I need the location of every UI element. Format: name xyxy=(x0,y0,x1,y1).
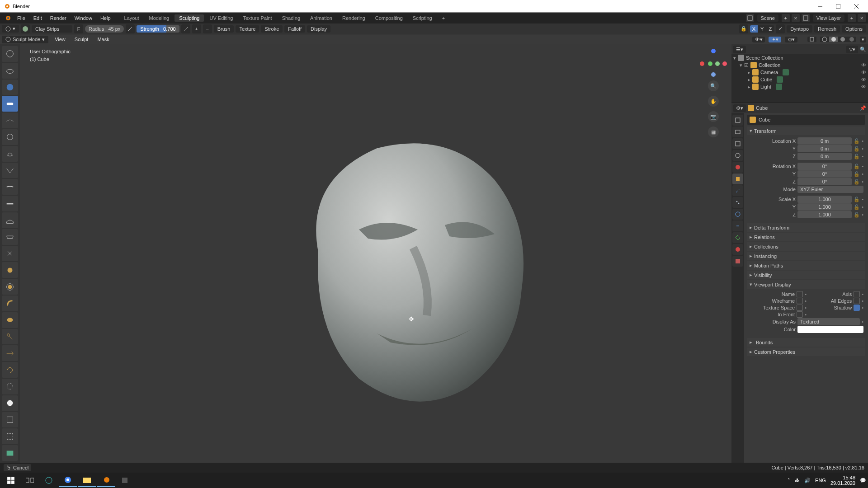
ptab-world[interactable] xyxy=(732,162,743,173)
workspace-uvediting[interactable]: UV Editing xyxy=(205,14,237,22)
ptab-modifiers[interactable] xyxy=(732,185,743,196)
mirror-z[interactable]: Z xyxy=(766,25,774,33)
panel-delta-transform[interactable]: ▸Delta Transform xyxy=(747,223,865,232)
mirror-check-icon[interactable]: ✓ xyxy=(776,24,785,33)
gizmo-y-neg-icon[interactable] xyxy=(708,61,712,66)
lock-icon[interactable]: 🔓 xyxy=(854,197,860,202)
tool-scrape[interactable] xyxy=(2,229,18,245)
panel-motion-paths[interactable]: ▸Motion Paths xyxy=(747,261,865,270)
ptab-viewlayer[interactable] xyxy=(732,138,743,149)
taskbar-app[interactable] xyxy=(116,474,134,487)
vd-axis-checkbox[interactable] xyxy=(854,291,860,297)
vd-texspace-checkbox[interactable] xyxy=(797,305,803,311)
gizmo-y-icon[interactable] xyxy=(715,61,720,66)
tool-simplify[interactable] xyxy=(2,379,18,394)
rotation-mode-field[interactable]: XYZ Euler xyxy=(797,186,863,193)
tool-blob[interactable] xyxy=(2,146,18,162)
shading-options-dropdown[interactable]: ▾ xyxy=(860,37,866,42)
view-menu[interactable]: View xyxy=(52,36,68,43)
vd-alledges-checkbox[interactable] xyxy=(854,298,860,304)
brush-preview-icon[interactable] xyxy=(21,24,30,33)
tray-notifications-icon[interactable]: 💬 xyxy=(860,478,866,483)
tool-draw[interactable] xyxy=(2,46,18,62)
taskbar-chrome[interactable] xyxy=(59,474,77,487)
scene-new-icon[interactable]: + xyxy=(782,14,790,22)
xray-toggle-icon[interactable] xyxy=(807,37,816,42)
vd-shadow-checkbox[interactable] xyxy=(854,305,860,311)
ptab-object[interactable] xyxy=(732,174,743,184)
outliner-item-cube[interactable]: ▸Cube👁 xyxy=(731,76,868,83)
tool-box-hide[interactable] xyxy=(2,428,18,444)
workspace-shading[interactable]: Shading xyxy=(278,14,305,22)
cancel-button[interactable]: 🖱Cancel xyxy=(4,464,31,471)
workspace-compositing[interactable]: Compositing xyxy=(371,14,407,22)
workspace-modeling[interactable]: Modeling xyxy=(145,14,174,22)
taskbar-edge[interactable] xyxy=(40,474,58,487)
ptab-physics[interactable] xyxy=(732,209,743,220)
tray-volume-icon[interactable]: 🔊 xyxy=(804,478,811,483)
lock-icon[interactable]: 🔓 xyxy=(854,146,860,152)
tool-fill[interactable] xyxy=(2,212,18,228)
menu-help[interactable]: Help xyxy=(97,14,114,22)
editor-type-dropdown[interactable]: ▾ xyxy=(2,25,19,33)
lock-icon[interactable]: 🔓 xyxy=(854,171,860,177)
mirror-x[interactable]: X xyxy=(750,25,758,33)
rotation-x-field[interactable]: 0° xyxy=(797,163,852,170)
brush-name-field[interactable]: Clay Strips xyxy=(32,25,72,33)
scene-name-field[interactable]: Scene xyxy=(757,14,778,22)
nav-gizmo[interactable] xyxy=(700,49,727,76)
scene-delete-icon[interactable]: × xyxy=(792,14,800,22)
lock-icon[interactable]: 🔓 xyxy=(854,154,860,160)
overlays-toggle-icon[interactable]: ⊙▾ xyxy=(785,37,797,42)
ptab-material[interactable] xyxy=(732,244,743,255)
brush-fake-user-icon[interactable]: F xyxy=(74,24,83,33)
direction-sub-icon[interactable]: − xyxy=(203,24,212,33)
location-z-field[interactable]: 0 m xyxy=(797,153,852,160)
rotation-z-field[interactable]: 0° xyxy=(797,178,852,185)
tool-smooth[interactable] xyxy=(2,179,18,195)
gizmo-toggle-icon[interactable]: ✦▾ xyxy=(769,37,781,42)
texture-menu[interactable]: Texture xyxy=(236,25,259,33)
lock-icon[interactable]: 🔓 xyxy=(854,204,860,210)
falloff-menu[interactable]: Falloff xyxy=(284,25,305,33)
mode-selector[interactable]: Sculpt Mode ▾ xyxy=(2,36,48,43)
object-name-field[interactable]: Cube xyxy=(747,115,865,125)
vd-wireframe-checkbox[interactable] xyxy=(797,298,803,304)
gizmo-z-icon[interactable] xyxy=(711,49,716,53)
outliner-filter-icon[interactable]: ▽▾ xyxy=(846,46,858,53)
lock-icon[interactable]: 🔓 xyxy=(854,179,860,185)
outliner-editor-dropdown[interactable]: ☰▾ xyxy=(733,46,746,53)
nav-pan-icon[interactable]: ✋ xyxy=(708,96,719,107)
panel-relations[interactable]: ▸Relations xyxy=(747,233,865,241)
menu-render[interactable]: Render xyxy=(47,14,70,22)
scene-browse-icon[interactable] xyxy=(746,14,754,22)
ptab-particles[interactable] xyxy=(732,197,743,208)
workspace-texturepaint[interactable]: Texture Paint xyxy=(238,14,276,22)
brush-menu[interactable]: Brush xyxy=(214,25,234,33)
shading-lookdev-icon[interactable] xyxy=(838,37,847,42)
eye-icon[interactable]: 👁 xyxy=(861,84,866,89)
workspace-rendering[interactable]: Rendering xyxy=(338,14,370,22)
eye-icon[interactable]: 👁 xyxy=(861,70,866,75)
eye-icon[interactable]: 👁 xyxy=(861,62,866,68)
panel-bounds[interactable]: ▸Bounds xyxy=(747,338,865,347)
nav-camera-icon[interactable]: 📷 xyxy=(708,111,719,122)
header-visibility-dropdown[interactable]: 👁▾ xyxy=(752,37,765,42)
tool-thumb[interactable] xyxy=(2,312,18,328)
menu-edit[interactable]: Edit xyxy=(30,14,46,22)
viewlayer-new-icon[interactable]: + xyxy=(848,14,856,22)
tray-lang[interactable]: ENG xyxy=(815,478,826,483)
tool-box-mask[interactable] xyxy=(2,412,18,428)
location-x-field[interactable]: 0 m xyxy=(797,137,852,145)
3d-viewport[interactable]: User Orthographic (1) Cube ✥ xyxy=(20,44,731,463)
start-button[interactable] xyxy=(2,474,20,487)
direction-add-icon[interactable]: + xyxy=(192,24,201,33)
location-y-field[interactable]: 0 m xyxy=(797,145,852,152)
viewlayer-name-field[interactable]: View Layer xyxy=(813,14,844,22)
scale-z-field[interactable]: 1.000 xyxy=(797,211,852,218)
tool-mesh-filter[interactable] xyxy=(2,445,18,461)
vd-color-field[interactable] xyxy=(797,326,863,333)
strength-slider[interactable]: Strength 0.700 xyxy=(137,25,179,33)
viewlayer-browse-icon[interactable] xyxy=(802,14,810,22)
nav-zoom-icon[interactable]: 🔍 xyxy=(708,80,719,91)
